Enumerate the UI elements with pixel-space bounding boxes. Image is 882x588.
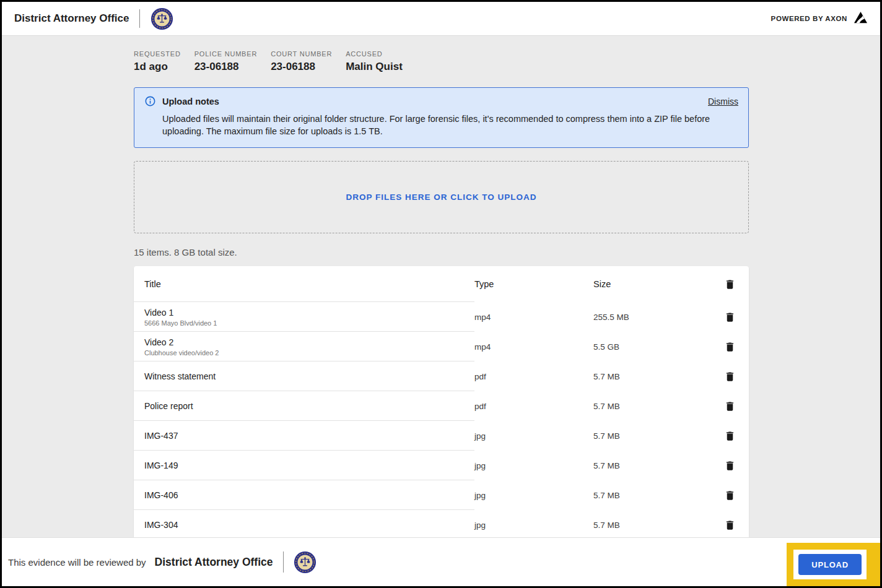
table-row: IMG-304 jpg 5.7 MB (134, 510, 749, 540)
table-row: Police report pdf 5.7 MB (134, 391, 749, 421)
table-row: Video 2 Clubhouse video/video 2 mp4 5.5 … (134, 332, 749, 361)
file-type: jpg (474, 521, 593, 530)
file-title: IMG-437 (144, 431, 474, 441)
table-row: IMG-437 jpg 5.7 MB (134, 421, 749, 451)
table-row: Witness statement pdf 5.7 MB (134, 361, 749, 391)
file-title-cell: Police report (134, 401, 474, 411)
file-title: Video 2 (144, 337, 474, 347)
evidence-upload-page: District Attorney Office POWERED BY AXON… (0, 0, 882, 588)
meta-value: 1d ago (134, 61, 181, 73)
upload-notes-banner: Upload notes Dismiss Uploaded files will… (134, 87, 749, 148)
footer-agency-seal-icon (294, 551, 317, 574)
meta-requested: REQUESTED 1d ago (134, 50, 181, 73)
upload-highlight-annotation: UPLOAD (787, 543, 880, 586)
trash-icon (724, 311, 736, 323)
table-body: Video 1 5666 Mayo Blvd/video 1 mp4 255.5… (134, 302, 749, 540)
file-title: IMG-406 (144, 490, 474, 500)
file-type: pdf (474, 372, 593, 381)
column-type: Type (474, 279, 593, 289)
upload-button[interactable]: UPLOAD (798, 554, 862, 575)
delete-file-button[interactable] (722, 428, 738, 444)
delete-file-button[interactable] (722, 398, 738, 415)
trash-icon (724, 460, 736, 472)
delete-file-button[interactable] (722, 339, 738, 355)
file-path: Clubhouse video/video 2 (144, 349, 474, 357)
file-title: Video 1 (144, 308, 474, 318)
info-icon (144, 95, 156, 107)
main-content: REQUESTED 1d ago POLICE NUMBER 23-06188 … (134, 37, 749, 544)
items-summary: 15 items. 8 GB total size. (134, 247, 749, 257)
powered-by-label: POWERED BY AXON (771, 15, 847, 22)
file-type: pdf (474, 402, 593, 411)
trash-icon (724, 490, 736, 501)
meta-value: 23-06188 (194, 61, 257, 73)
meta-label: REQUESTED (134, 50, 181, 58)
agency-seal-icon (151, 7, 173, 30)
delete-file-button[interactable] (722, 309, 738, 326)
file-size: 5.7 MB (593, 372, 710, 381)
file-size: 5.7 MB (593, 521, 710, 530)
meta-court-number: COURT NUMBER 23-06188 (271, 50, 332, 73)
file-type: jpg (474, 461, 593, 470)
dismiss-link[interactable]: Dismiss (708, 97, 738, 106)
dropzone-label: DROP FILES HERE OR CLICK TO UPLOAD (346, 192, 536, 202)
delete-all-button[interactable] (722, 276, 738, 293)
org-name: District Attorney Office (14, 12, 129, 25)
file-size: 255.5 MB (593, 313, 710, 322)
file-size: 5.7 MB (593, 491, 710, 500)
file-title-cell: Witness statement (134, 371, 474, 381)
table-row: IMG-149 jpg 5.7 MB (134, 451, 749, 480)
meta-label: COURT NUMBER (271, 50, 332, 58)
header-divider (139, 9, 140, 28)
footer-divider (283, 551, 284, 573)
trash-icon (724, 519, 736, 531)
file-title-cell: IMG-304 (134, 520, 474, 530)
meta-police-number: POLICE NUMBER 23-06188 (194, 50, 257, 73)
file-type: mp4 (474, 313, 593, 322)
file-type: mp4 (474, 342, 593, 352)
file-dropzone[interactable]: DROP FILES HERE OR CLICK TO UPLOAD (134, 161, 749, 233)
upload-notes-body: Uploaded files will maintain their origi… (162, 113, 738, 137)
file-title-cell: IMG-437 (134, 431, 474, 441)
meta-value: 23-06188 (271, 61, 332, 73)
file-title-cell: IMG-149 (134, 460, 474, 470)
trash-icon (724, 341, 736, 353)
trash-icon (724, 371, 736, 383)
delete-file-button[interactable] (722, 457, 738, 474)
footer-org-name: District Attorney Office (155, 556, 273, 569)
table-row: IMG-406 jpg 5.7 MB (134, 480, 749, 510)
file-title-cell: Video 1 5666 Mayo Blvd/video 1 (134, 308, 474, 327)
top-header-bar: District Attorney Office POWERED BY AXON (2, 2, 880, 36)
case-metadata: REQUESTED 1d ago POLICE NUMBER 23-06188 … (134, 50, 749, 73)
trash-icon (724, 279, 736, 290)
table-row: Video 1 5666 Mayo Blvd/video 1 mp4 255.5… (134, 302, 749, 332)
file-type: jpg (474, 491, 593, 500)
file-title: IMG-149 (144, 460, 474, 470)
axon-logo-icon (854, 11, 868, 27)
trash-icon (724, 430, 736, 442)
footer-bar: This evidence will be reviewed by Distri… (2, 537, 880, 586)
upload-notes-title: Upload notes (162, 97, 219, 106)
file-size: 5.7 MB (593, 431, 710, 441)
file-path: 5666 Mayo Blvd/video 1 (144, 319, 474, 327)
column-size: Size (593, 279, 710, 289)
file-title: IMG-304 (144, 520, 474, 530)
file-size: 5.7 MB (593, 402, 710, 411)
file-title-cell: IMG-406 (134, 490, 474, 500)
file-size: 5.7 MB (593, 461, 710, 470)
delete-file-button[interactable] (722, 487, 738, 504)
review-text: This evidence will be reviewed by (8, 557, 146, 568)
file-title: Witness statement (144, 371, 474, 381)
table-header-row: Title Type Size (134, 266, 749, 302)
meta-value: Malin Quist (346, 61, 403, 73)
powered-by-group: POWERED BY AXON (771, 11, 868, 27)
trash-icon (724, 400, 736, 412)
file-table-card: Title Type Size Video 1 5666 Mayo Blvd/v… (134, 266, 749, 544)
delete-file-button[interactable] (722, 368, 738, 385)
meta-label: ACCUSED (346, 50, 403, 58)
delete-file-button[interactable] (722, 517, 738, 534)
upload-notes-header: Upload notes Dismiss (144, 95, 738, 107)
file-title-cell: Video 2 Clubhouse video/video 2 (134, 337, 474, 357)
column-title: Title (134, 279, 474, 289)
file-size: 5.5 GB (593, 342, 710, 352)
